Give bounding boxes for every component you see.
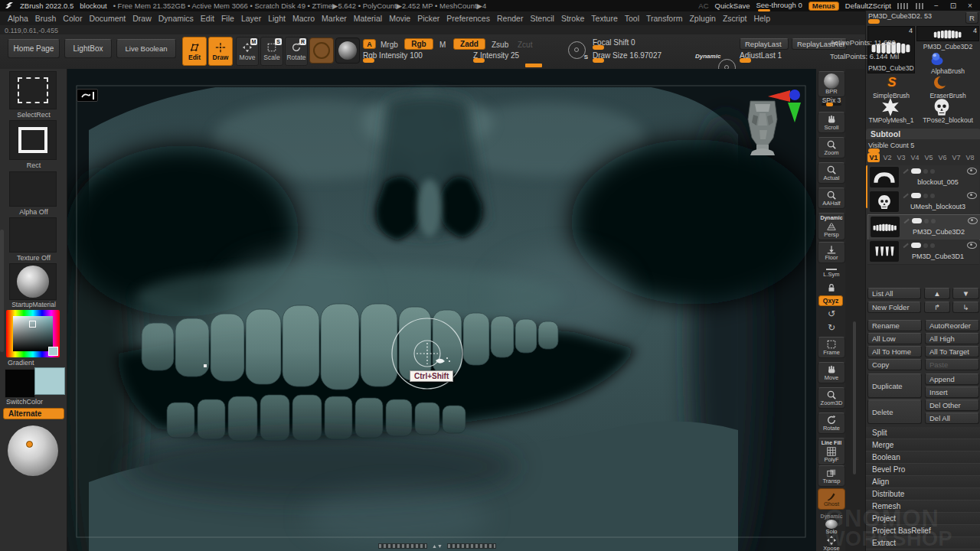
local-symmetry-button[interactable]: L.Sym — [818, 265, 845, 280]
zsub-button[interactable]: Zsub — [492, 41, 508, 49]
paint-toggle-icon[interactable] — [903, 193, 908, 197]
panel-scrollbar[interactable] — [853, 321, 856, 474]
gradient-label[interactable]: Gradient — [0, 359, 67, 367]
toggle-dot-icon[interactable] — [930, 243, 935, 248]
rotate-button[interactable]: R Rotate — [285, 37, 308, 66]
color-picker[interactable] — [6, 310, 60, 357]
section-extract[interactable]: Extract — [866, 537, 980, 549]
tool-size-slider[interactable]: PM3D_Cube3D2. 53 — [868, 12, 963, 21]
quick-pick-thumbnail[interactable]: 4 — [916, 26, 979, 41]
toggle-dot-icon[interactable] — [930, 194, 935, 198]
tab-v6[interactable]: V6 — [936, 153, 949, 162]
spix-slider[interactable]: SPix 3 — [818, 95, 845, 108]
all-high-button[interactable]: All High — [925, 333, 979, 344]
tmpolymesh-tool[interactable] — [881, 98, 903, 116]
replay-last-button[interactable]: ReplayLast — [740, 38, 789, 50]
all-to-home-button[interactable]: All To Home — [867, 346, 922, 357]
z-intensity-knob[interactable] — [473, 58, 485, 63]
rgb-button[interactable]: Rgb — [404, 38, 433, 50]
append-button[interactable]: Append — [925, 373, 979, 385]
tab-v1[interactable]: V1 — [867, 153, 880, 162]
section-merge[interactable]: Merge — [866, 439, 980, 452]
menu-help[interactable]: Help — [753, 14, 770, 23]
move-down-button[interactable]: ▼ — [952, 288, 979, 299]
autoreorder-button[interactable]: AutoReorder — [925, 320, 979, 331]
visibility-pill-icon[interactable] — [911, 193, 921, 198]
alternate-button[interactable]: Alternate — [3, 408, 64, 419]
alpha-channel-chip[interactable]: A — [363, 39, 376, 49]
paste-button[interactable]: Paste — [925, 359, 979, 370]
quicksave-button[interactable]: QuickSave — [715, 2, 750, 10]
menu-stroke[interactable]: Stroke — [561, 14, 584, 23]
rotate3d-button[interactable]: Rotate — [818, 412, 845, 434]
menu-render[interactable]: Render — [497, 14, 523, 23]
actual-button[interactable]: Actual — [818, 162, 845, 184]
rotate-right-button[interactable]: ↻ — [818, 321, 845, 334]
visibility-pill-icon[interactable] — [912, 218, 922, 223]
menu-alpha[interactable]: Alpha — [8, 14, 28, 23]
rename-button[interactable]: Rename — [867, 320, 922, 331]
section-split[interactable]: Split — [866, 427, 980, 439]
copy-button[interactable]: Copy — [867, 359, 922, 370]
visible-count-slider[interactable]: Visible Count 5 — [868, 142, 978, 150]
adjust-last-slider[interactable]: AdjustLast 1 — [740, 51, 825, 60]
list-all-button[interactable]: List All — [867, 288, 921, 299]
aahalf-button[interactable]: AAHalf — [818, 187, 845, 209]
qxyz-symmetry-button[interactable]: Qxyz — [818, 295, 843, 306]
alpha-rect-button[interactable] — [9, 120, 57, 160]
menu-color[interactable]: Color — [63, 14, 82, 23]
move-up-button[interactable]: ▲ — [924, 288, 950, 299]
focal-shift-slider[interactable]: Focal Shift 0 — [593, 38, 691, 47]
del-all-button[interactable]: Del All — [925, 412, 979, 424]
eye-icon[interactable] — [968, 217, 978, 224]
paint-toggle-icon[interactable] — [903, 168, 908, 173]
delete-button[interactable]: Delete — [867, 399, 922, 424]
selected-color-swatch[interactable] — [48, 347, 58, 356]
zoom3d-button[interactable]: Zoom3D — [818, 387, 845, 409]
current-stroke-button[interactable] — [309, 37, 334, 64]
light-placement-sphere[interactable] — [8, 425, 58, 476]
menu-marker[interactable]: Marker — [322, 14, 347, 23]
current-material-button[interactable] — [335, 37, 360, 64]
toggle-dot-icon[interactable] — [930, 169, 935, 174]
move-out-folder-button[interactable]: ↱ — [924, 302, 950, 313]
menu-layer[interactable]: Layer — [241, 14, 261, 23]
visibility-pill-icon[interactable] — [911, 168, 921, 174]
menu-macro[interactable]: Macro — [292, 14, 315, 23]
draw-size-slider[interactable]: Draw Size 16.97027 — [593, 51, 691, 60]
main-color-swatch[interactable] — [5, 369, 35, 398]
light-position-dot[interactable] — [26, 441, 33, 448]
menu-preferences[interactable]: Preferences — [446, 14, 490, 23]
section-bevel-pro[interactable]: Bevel Pro — [866, 464, 980, 476]
menu-dynamics[interactable]: Dynamics — [158, 14, 194, 23]
menu-material[interactable]: Material — [354, 14, 382, 23]
floor-button[interactable]: Floor — [818, 242, 845, 263]
lightbox-button[interactable]: LightBox — [64, 39, 112, 58]
menu-texture[interactable]: Texture — [591, 14, 617, 23]
section-remesh[interactable]: Remesh — [866, 500, 980, 513]
subtool-row-cube3d2-selected[interactable]: PM3D_Cube3D2 — [867, 214, 980, 240]
alpha-off-button[interactable] — [9, 171, 57, 207]
minimize-button[interactable]: − — [931, 2, 942, 10]
scroll-button[interactable]: Scroll — [818, 112, 845, 133]
mrgb-button[interactable]: Mrgb — [381, 41, 398, 49]
stroke-preview-icon[interactable] — [897, 3, 910, 9]
tray-divider-handle[interactable]: ▲▼ — [378, 543, 496, 549]
section-align[interactable]: Align — [866, 476, 980, 488]
persp-button[interactable]: Dynamic Persp — [818, 213, 845, 240]
menu-document[interactable]: Document — [89, 14, 126, 23]
all-low-button[interactable]: All Low — [867, 333, 922, 344]
menu-movie[interactable]: Movie — [389, 14, 410, 23]
menu-brush[interactable]: Brush — [35, 14, 56, 23]
ghost-button[interactable]: Ghost — [818, 488, 845, 510]
toggle-dot-icon[interactable] — [923, 194, 928, 198]
live-boolean-button[interactable]: Live Boolean — [116, 39, 176, 58]
menu-zscript[interactable]: Zscript — [723, 14, 747, 23]
eye-icon[interactable] — [967, 242, 977, 249]
edit-button[interactable]: Edit — [182, 37, 207, 66]
new-folder-button[interactable]: New Folder — [867, 302, 921, 313]
brush-preview-icon[interactable] — [916, 3, 925, 9]
visibility-pill-icon[interactable] — [911, 243, 921, 248]
active-tool-thumbnail[interactable]: 4 PM3D_Cube3D2 — [867, 26, 915, 73]
section-project[interactable]: Project — [866, 513, 980, 525]
